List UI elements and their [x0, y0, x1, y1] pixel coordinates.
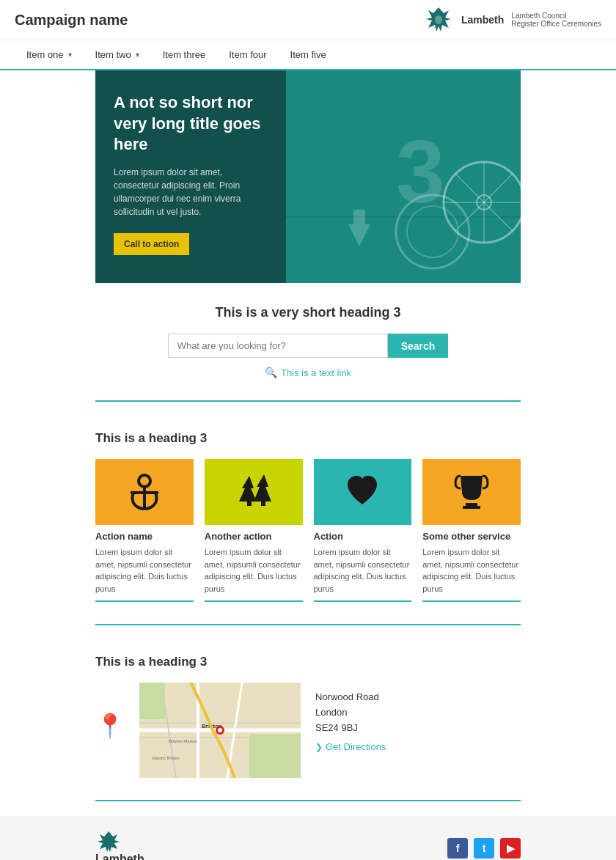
lambeth-text: Lambeth [461, 14, 504, 26]
svg-marker-15 [239, 476, 257, 501]
hero-content: A not so short nor very long title goes … [95, 70, 286, 283]
location-section: This is a heading 3 📍 [0, 640, 616, 793]
card-4[interactable]: Some other service Lorem ipsum dolor sit… [422, 459, 521, 602]
card-3-text: Lorem ipsum dolor sit amet, nipsumli con… [314, 546, 412, 602]
location-content: 📍 Brixton [95, 683, 521, 778]
heart-icon [344, 474, 381, 510]
hero-container: A not so short nor very long title goes … [0, 70, 616, 283]
card-1-icon-box [95, 459, 194, 525]
cards-heading: This is a heading 3 [95, 431, 521, 446]
nav-item-1[interactable]: Item one ▾ [15, 46, 84, 63]
location-address: Norwood Road London SE24 9BJ [315, 690, 386, 735]
card-3-icon-box [314, 459, 412, 525]
hero-title: A not so short nor very long title goes … [114, 92, 268, 155]
svg-marker-16 [254, 474, 271, 501]
chevron-down-icon-1: ▾ [68, 51, 72, 59]
card-1-text: Lorem ipsum dolor sit amet, nipsumli con… [95, 546, 194, 602]
search-button[interactable]: Search [388, 334, 449, 358]
twitter-icon[interactable]: t [474, 838, 494, 859]
campaign-name: Campaign name [15, 12, 128, 29]
nav-item-3[interactable]: Item three [151, 46, 218, 63]
lambeth-logo-icon [423, 6, 454, 34]
search-section-wrapper: This is a very short heading 3 Search 🔍 … [0, 283, 616, 400]
location-heading: This is a heading 3 [95, 655, 521, 669]
lambeth-council-info: Lambeth [461, 14, 504, 26]
svg-rect-28 [139, 683, 165, 719]
trophy-icon [453, 472, 490, 512]
cards-grid: Action name Lorem ipsum dolor sit amet, … [95, 459, 521, 602]
svg-point-0 [435, 15, 442, 24]
lambeth-logo [423, 6, 454, 34]
card-2-icon-box [205, 459, 303, 525]
address-line3: SE24 9BJ [315, 722, 358, 733]
svg-rect-18 [261, 500, 265, 506]
main-nav: Item one ▾ Item two ▾ Item three Item fo… [0, 40, 616, 70]
lambeth-council-line1: Lambeth Council [511, 12, 601, 20]
map-image: Brixton Brixton Market Electric Brixton [139, 683, 301, 778]
hero-bike-decoration: 3 [286, 70, 521, 283]
directions-label: Get Directions [326, 741, 386, 752]
map-pin-icon: 📍 [95, 712, 125, 740]
search-heading: This is a very short heading 3 [110, 305, 506, 320]
cards-section: This is a heading 3 Action name Lorem ip… [0, 416, 616, 617]
search-icon: 🔍 [265, 367, 277, 378]
teal-divider-1 [95, 400, 521, 402]
card-2-title: Another action [205, 531, 303, 542]
address-line1: Norwood Road [315, 691, 379, 702]
anchor-icon [126, 472, 163, 512]
svg-text:Electric Brixton: Electric Brixton [153, 756, 180, 760]
nav-label-5: Item five [290, 49, 326, 60]
hero-cta-button[interactable]: Call to action [114, 233, 189, 255]
search-section: This is a very short heading 3 Search 🔍 … [95, 283, 521, 400]
card-1[interactable]: Action name Lorem ipsum dolor sit amet, … [95, 459, 194, 602]
hero-image: 3 [286, 70, 521, 283]
header-right: Lambeth Lambeth Council Register Office … [423, 6, 601, 34]
trees-icon [233, 472, 274, 512]
footer-logo-text: Lambeth [95, 853, 144, 860]
footer: Lambeth f t ▶ Item one Item two Item thr… [0, 816, 616, 860]
card-3[interactable]: Action Lorem ipsum dolor sit amet, nipsu… [314, 459, 412, 602]
nav-label-2: Item two [95, 49, 131, 60]
svg-point-34 [218, 728, 222, 732]
chevron-right-icon: ❯ [315, 742, 323, 752]
hero-body: Lorem ipsum dolor sit amet, consectetur … [114, 166, 268, 218]
card-2-text: Lorem ipsum dolor sit amet, nipsumli con… [205, 546, 303, 602]
header: Campaign name Lambeth Lambeth Council Re… [0, 0, 616, 40]
card-4-title: Some other service [422, 531, 521, 542]
svg-rect-29 [249, 734, 301, 778]
lambeth-council-text: Lambeth Council Register Office Ceremoni… [511, 12, 601, 28]
svg-text:Brixton Market: Brixton Market [169, 739, 197, 743]
lambeth-council-line2: Register Office Ceremonies [511, 20, 601, 28]
chevron-down-icon-2: ▾ [136, 51, 139, 59]
nav-item-2[interactable]: Item two ▾ [84, 46, 151, 63]
svg-rect-20 [463, 506, 480, 509]
svg-point-12 [139, 475, 150, 487]
card-4-icon-box [422, 459, 521, 525]
footer-lambeth-icon [95, 831, 122, 853]
teal-divider-2 [95, 624, 521, 625]
svg-rect-17 [247, 500, 252, 506]
nav-label-4: Item four [229, 49, 266, 60]
youtube-icon[interactable]: ▶ [500, 838, 521, 859]
card-2[interactable]: Another action Lorem ipsum dolor sit ame… [205, 459, 303, 602]
facebook-icon[interactable]: f [447, 838, 468, 859]
footer-social: f t ▶ [447, 838, 521, 859]
card-3-title: Action [314, 531, 412, 542]
teal-divider-3 [95, 800, 521, 801]
map-svg: Brixton Brixton Market Electric Brixton [139, 683, 301, 778]
search-input[interactable] [168, 334, 388, 358]
footer-top: Lambeth f t ▶ [95, 831, 521, 860]
nav-label-3: Item three [163, 49, 206, 60]
hero-banner: A not so short nor very long title goes … [95, 70, 521, 283]
search-bar: Search [110, 334, 506, 358]
nav-label-1: Item one [26, 49, 64, 60]
address-line2: London [315, 707, 347, 718]
get-directions-link[interactable]: ❯ Get Directions [315, 741, 386, 752]
footer-logo-area: Lambeth [95, 831, 144, 860]
card-1-title: Action name [95, 531, 194, 542]
search-text-link[interactable]: 🔍 This is a text link [110, 367, 506, 378]
card-4-text: Lorem ipsum dolor sit amet, nipsumli con… [422, 546, 521, 602]
nav-item-5[interactable]: Item five [279, 46, 338, 63]
search-link-label: This is a text link [281, 367, 351, 378]
nav-item-4[interactable]: Item four [217, 46, 278, 63]
